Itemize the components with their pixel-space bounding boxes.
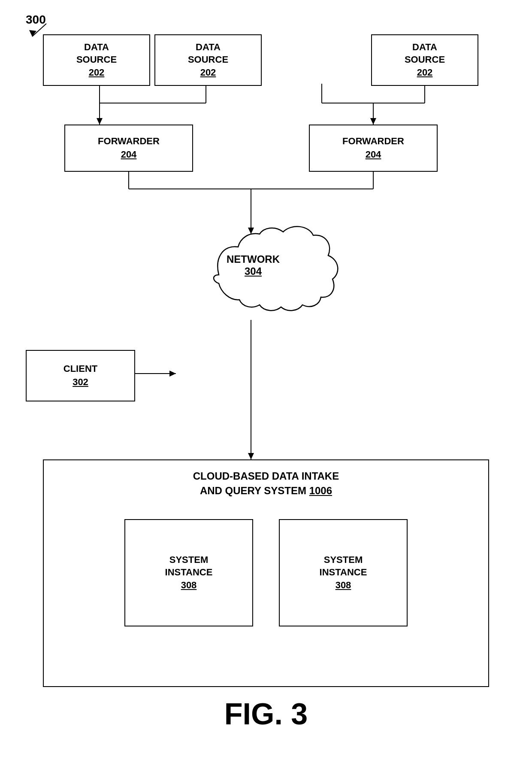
forwarder-2-ref: 204 (366, 149, 381, 161)
svg-marker-20 (248, 453, 254, 459)
system-instances-container: SYSTEMINSTANCE 308 SYSTEMINSTANCE 308 (52, 519, 480, 626)
forwarder-2-label: FORWARDER (342, 135, 404, 148)
system-instance-2-ref: 308 (336, 579, 351, 592)
figure-label: FIG. 3 (224, 697, 308, 731)
client-label: CLIENT (63, 363, 97, 375)
network-ref: 304 (210, 265, 296, 277)
svg-marker-17 (370, 118, 376, 125)
network-label: NETWORK (210, 253, 296, 265)
svg-marker-16 (97, 118, 103, 125)
cloud-system-box: CLOUD-BASED DATA INTAKEAND QUERY SYSTEM … (43, 459, 489, 687)
svg-marker-18 (248, 228, 254, 234)
data-source-1-box: DATA SOURCE 202 (43, 34, 150, 86)
forwarder-1-box: FORWARDER 204 (64, 125, 193, 172)
data-source-3-box: DATASOURCE 202 (371, 34, 478, 86)
system-instance-2-box: SYSTEMINSTANCE 308 (279, 519, 408, 626)
forwarder-1-ref: 204 (121, 149, 137, 161)
system-instance-1-ref: 308 (181, 579, 197, 592)
system-instance-1-box: SYSTEMINSTANCE 308 (124, 519, 253, 626)
data-source-3-ref: 202 (417, 67, 433, 79)
forwarder-1-label: FORWARDER (98, 135, 160, 148)
svg-marker-19 (169, 371, 176, 377)
cloud-system-label: CLOUD-BASED DATA INTAKEAND QUERY SYSTEM … (193, 469, 339, 498)
system-instance-1-label: SYSTEMINSTANCE (165, 554, 213, 578)
client-box: CLIENT 302 (26, 350, 135, 401)
data-source-1-ref: 202 (89, 67, 105, 79)
network-label-container: NETWORK 304 (210, 253, 296, 277)
system-instance-2-label: SYSTEMINSTANCE (320, 554, 367, 578)
data-source-1-label: DATA SOURCE (76, 41, 117, 66)
data-source-2-box: DATASOURCE 202 (154, 34, 262, 86)
data-source-2-ref: 202 (200, 67, 216, 79)
client-ref: 302 (73, 376, 88, 389)
data-source-2-label: DATASOURCE (188, 41, 228, 66)
data-source-3-label: DATASOURCE (405, 41, 445, 66)
forwarder-2-box: FORWARDER 204 (309, 125, 438, 172)
